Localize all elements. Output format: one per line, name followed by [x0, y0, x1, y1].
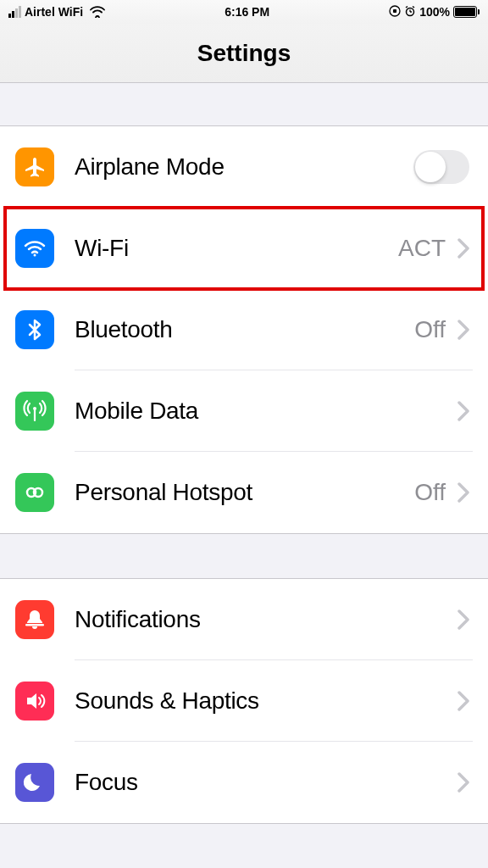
status-time: 6:16 PM [225, 5, 269, 19]
chevron-right-icon [458, 238, 469, 259]
row-label: Personal Hotspot [75, 479, 414, 506]
row-label: Mobile Data [75, 398, 449, 425]
wifi-icon [15, 229, 54, 268]
row-label: Wi-Fi [75, 235, 398, 262]
row-focus[interactable]: Focus [0, 742, 488, 823]
row-notifications[interactable]: Notifications [0, 579, 488, 660]
chevron-right-icon [458, 401, 469, 421]
speaker-icon [15, 682, 54, 721]
chevron-right-icon [458, 609, 469, 630]
row-label: Notifications [75, 606, 449, 633]
row-personal-hotspot[interactable]: Personal Hotspot Off [0, 452, 488, 533]
row-value: ACT [398, 235, 446, 262]
airplane-toggle[interactable] [413, 150, 469, 184]
nav-bar: Settings [0, 24, 488, 83]
settings-section-alerts: Notifications Sounds & Haptics Focus [0, 578, 488, 824]
row-sounds-haptics[interactable]: Sounds & Haptics [0, 660, 488, 742]
bluetooth-icon [15, 310, 54, 349]
row-airplane-mode[interactable]: Airplane Mode [0, 126, 488, 208]
svg-point-7 [34, 254, 36, 257]
settings-section-connectivity: Airplane Mode Wi-Fi ACT Bluetooth Off [0, 125, 488, 534]
svg-line-6 [413, 6, 414, 8]
chevron-right-icon [458, 772, 469, 793]
status-left: Airtel WiFi [8, 5, 105, 19]
lock-rotation-icon [389, 5, 401, 19]
row-mobile-data[interactable]: Mobile Data [0, 370, 488, 452]
row-wifi[interactable]: Wi-Fi ACT [0, 208, 488, 289]
wifi-status-icon [90, 6, 105, 18]
chevron-right-icon [458, 320, 469, 340]
battery-percentage: 100% [419, 5, 450, 19]
section-spacer [0, 83, 488, 125]
row-value: Off [414, 479, 446, 506]
chevron-right-icon [458, 691, 469, 711]
battery-icon [453, 6, 480, 18]
svg-point-8 [33, 407, 36, 410]
carrier-label: Airtel WiFi [25, 5, 83, 19]
status-bar: Airtel WiFi 6:16 PM 100% [0, 0, 488, 24]
status-right: 100% [389, 5, 480, 19]
section-spacer [0, 534, 488, 578]
row-label: Airplane Mode [75, 153, 413, 181]
signal-bars-icon [8, 6, 21, 18]
antenna-icon [15, 392, 54, 431]
page-title: Settings [197, 40, 291, 67]
row-value: Off [414, 316, 446, 343]
notifications-icon [15, 600, 54, 639]
svg-rect-11 [25, 624, 44, 626]
row-label: Bluetooth [75, 316, 414, 343]
svg-rect-1 [393, 9, 396, 13]
airplane-icon [15, 147, 54, 186]
row-label: Sounds & Haptics [75, 687, 449, 715]
svg-line-5 [406, 6, 408, 8]
hotspot-icon [15, 473, 54, 512]
alarm-icon [404, 5, 416, 19]
row-label: Focus [75, 769, 449, 796]
row-bluetooth[interactable]: Bluetooth Off [0, 289, 488, 370]
moon-icon [15, 763, 54, 802]
chevron-right-icon [458, 482, 469, 503]
